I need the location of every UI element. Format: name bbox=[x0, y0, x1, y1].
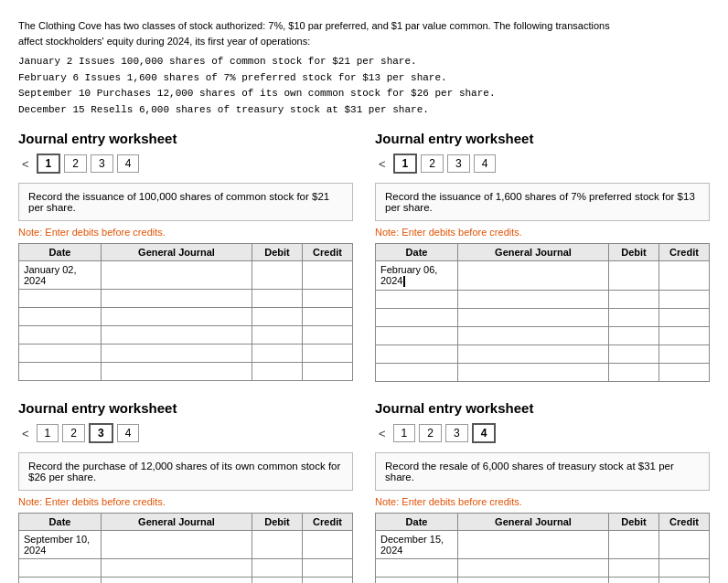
date-cell-ws4-1[interactable] bbox=[376, 559, 458, 578]
credit-cell-ws1-4[interactable] bbox=[303, 344, 353, 363]
tab-ws4-4[interactable]: 4 bbox=[472, 423, 497, 443]
worksheet-ws1: Journal entry worksheet<1234Record the i… bbox=[18, 131, 353, 382]
credit-cell-ws2-3[interactable] bbox=[659, 327, 710, 345]
tab-ws3-4[interactable]: 4 bbox=[117, 424, 140, 442]
tab-prev-arrow-ws4[interactable]: < bbox=[375, 425, 390, 442]
tab-ws3-3[interactable]: 3 bbox=[89, 423, 113, 443]
tab-ws2-1[interactable]: 1 bbox=[393, 154, 418, 174]
debit-cell-ws3-2[interactable] bbox=[252, 578, 303, 583]
debit-cell-ws2-1[interactable] bbox=[609, 291, 659, 309]
credit-cell-ws3-2[interactable] bbox=[303, 578, 353, 583]
debit-cell-ws2-2[interactable] bbox=[609, 309, 659, 327]
credit-cell-ws1-0[interactable] bbox=[303, 261, 353, 290]
general-journal-cell-ws1-5[interactable] bbox=[102, 363, 252, 381]
debit-cell-ws1-0[interactable] bbox=[252, 261, 303, 290]
general-journal-cell-ws2-0[interactable] bbox=[458, 261, 609, 291]
credit-cell-ws2-5[interactable] bbox=[659, 364, 710, 382]
general-journal-cell-ws1-2[interactable] bbox=[102, 308, 252, 326]
debit-cell-ws4-0[interactable] bbox=[609, 531, 659, 559]
tab-ws4-2[interactable]: 2 bbox=[419, 424, 442, 442]
credit-cell-ws1-2[interactable] bbox=[303, 308, 353, 326]
debit-cell-ws1-4[interactable] bbox=[252, 344, 303, 363]
date-cell-ws1-0[interactable]: January 02, 2024 bbox=[19, 261, 102, 290]
credit-cell-ws4-2[interactable] bbox=[659, 578, 710, 583]
date-cell-ws3-1[interactable] bbox=[19, 559, 102, 578]
tab-ws1-2[interactable]: 2 bbox=[64, 154, 87, 173]
header-credit-ws4: Credit bbox=[659, 514, 710, 531]
debit-cell-ws2-3[interactable] bbox=[609, 327, 659, 345]
credit-cell-ws4-0[interactable] bbox=[659, 531, 710, 559]
general-journal-cell-ws3-1[interactable] bbox=[102, 559, 252, 578]
tab-ws4-1[interactable]: 1 bbox=[393, 424, 416, 442]
credit-cell-ws4-1[interactable] bbox=[659, 559, 710, 578]
credit-cell-ws2-0[interactable] bbox=[659, 261, 710, 291]
credit-cell-ws2-4[interactable] bbox=[659, 345, 710, 364]
transaction-item: September 10 Purchases 12,000 shares of … bbox=[18, 86, 695, 102]
credit-cell-ws1-3[interactable] bbox=[303, 326, 353, 344]
date-cell-ws1-3[interactable] bbox=[19, 326, 102, 344]
date-cell-ws2-4[interactable] bbox=[376, 345, 458, 364]
transactions-list: January 2 Issues 100,000 shares of commo… bbox=[18, 54, 695, 118]
credit-cell-ws1-5[interactable] bbox=[303, 363, 353, 381]
tab-ws1-4[interactable]: 4 bbox=[117, 154, 140, 173]
date-cell-ws1-5[interactable] bbox=[19, 363, 102, 381]
debit-cell-ws4-1[interactable] bbox=[609, 559, 659, 578]
credit-cell-ws2-2[interactable] bbox=[659, 309, 710, 327]
general-journal-cell-ws2-5[interactable] bbox=[458, 364, 609, 382]
tab-ws2-2[interactable]: 2 bbox=[421, 154, 444, 173]
worksheet-title-ws1: Journal entry worksheet bbox=[18, 131, 353, 146]
tab-ws2-3[interactable]: 3 bbox=[447, 154, 470, 173]
tab-ws3-2[interactable]: 2 bbox=[62, 424, 85, 442]
general-journal-cell-ws1-4[interactable] bbox=[102, 344, 252, 363]
debit-cell-ws2-4[interactable] bbox=[609, 345, 659, 364]
credit-cell-ws2-1[interactable] bbox=[659, 291, 710, 309]
worksheet-title-ws2: Journal entry worksheet bbox=[375, 131, 710, 146]
table-row bbox=[19, 578, 353, 583]
date-cell-ws3-2[interactable] bbox=[19, 578, 102, 583]
date-cell-ws2-2[interactable] bbox=[376, 309, 458, 327]
debit-cell-ws2-5[interactable] bbox=[609, 364, 659, 382]
general-journal-cell-ws1-3[interactable] bbox=[102, 326, 252, 344]
tab-ws1-3[interactable]: 3 bbox=[91, 154, 113, 173]
general-journal-cell-ws4-1[interactable] bbox=[458, 559, 609, 578]
tab-ws3-1[interactable]: 1 bbox=[37, 424, 59, 442]
general-journal-cell-ws2-3[interactable] bbox=[458, 327, 609, 345]
general-journal-cell-ws2-4[interactable] bbox=[458, 345, 609, 364]
debit-cell-ws1-3[interactable] bbox=[252, 326, 303, 344]
date-cell-ws4-0[interactable]: December 15, 2024 bbox=[376, 531, 458, 559]
tab-ws4-3[interactable]: 3 bbox=[445, 424, 468, 442]
credit-cell-ws1-1[interactable] bbox=[303, 290, 353, 308]
debit-cell-ws1-2[interactable] bbox=[252, 308, 303, 326]
tab-prev-arrow-ws1[interactable]: < bbox=[18, 155, 33, 173]
date-cell-ws4-2[interactable] bbox=[376, 578, 458, 583]
date-cell-ws2-1[interactable] bbox=[376, 291, 458, 309]
date-cell-ws2-0[interactable]: February 06, 2024 bbox=[376, 261, 458, 291]
debit-cell-ws3-1[interactable] bbox=[252, 559, 303, 578]
general-journal-cell-ws2-1[interactable] bbox=[458, 291, 609, 309]
general-journal-cell-ws4-0[interactable] bbox=[458, 531, 609, 559]
date-cell-ws2-5[interactable] bbox=[376, 364, 458, 382]
general-journal-cell-ws2-2[interactable] bbox=[458, 309, 609, 327]
general-journal-cell-ws3-0[interactable] bbox=[102, 531, 252, 559]
general-journal-cell-ws3-2[interactable] bbox=[102, 578, 252, 583]
date-cell-ws1-2[interactable] bbox=[19, 308, 102, 326]
debit-cell-ws4-2[interactable] bbox=[609, 578, 659, 583]
credit-cell-ws3-1[interactable] bbox=[303, 559, 353, 578]
credit-cell-ws3-0[interactable] bbox=[303, 531, 353, 559]
debit-cell-ws1-5[interactable] bbox=[252, 363, 303, 381]
general-journal-cell-ws1-0[interactable] bbox=[102, 261, 252, 290]
tab-prev-arrow-ws3[interactable]: < bbox=[18, 425, 33, 442]
date-cell-ws2-3[interactable] bbox=[376, 327, 458, 345]
date-cell-ws1-4[interactable] bbox=[19, 344, 102, 363]
date-cell-ws3-0[interactable]: September 10, 2024 bbox=[19, 531, 102, 559]
general-journal-cell-ws4-2[interactable] bbox=[458, 578, 609, 583]
debit-cell-ws2-0[interactable] bbox=[609, 261, 659, 291]
header-debit-ws2: Debit bbox=[609, 244, 659, 261]
tab-prev-arrow-ws2[interactable]: < bbox=[375, 155, 390, 173]
debit-cell-ws3-0[interactable] bbox=[252, 531, 303, 559]
tab-ws1-1[interactable]: 1 bbox=[37, 154, 61, 174]
tab-ws2-4[interactable]: 4 bbox=[474, 154, 497, 173]
date-cell-ws1-1[interactable] bbox=[19, 290, 102, 308]
general-journal-cell-ws1-1[interactable] bbox=[102, 290, 252, 308]
debit-cell-ws1-1[interactable] bbox=[252, 290, 303, 308]
